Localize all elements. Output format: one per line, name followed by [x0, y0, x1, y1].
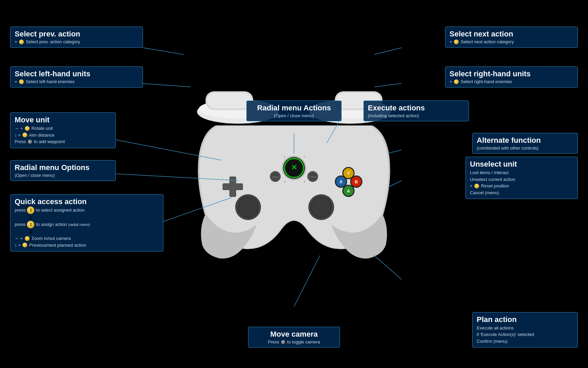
svg-line-43 — [143, 48, 184, 55]
svg-point-16 — [312, 198, 331, 217]
svg-text:4: 4 — [304, 180, 305, 183]
unselect-title: Unselect unit — [470, 160, 573, 169]
svg-line-44 — [374, 48, 402, 55]
box-select-next: Select next action + Select next action … — [445, 27, 578, 48]
svg-text:3: 3 — [284, 180, 285, 183]
box-execute-actions: Execute actions (including selected acti… — [363, 101, 469, 121]
move-unit-title: Move unit — [15, 116, 111, 124]
svg-rect-10 — [223, 183, 243, 190]
grey-circle-icon — [281, 340, 285, 344]
gold-circle-icon — [19, 79, 24, 84]
svg-text:2: 2 — [304, 155, 305, 158]
box-radial-options: Radial menu Options (Open / close menu) — [10, 160, 116, 181]
quick-access-title: Quick access action — [15, 197, 159, 206]
gold-circle-icon — [454, 79, 459, 84]
svg-text:✕: ✕ — [291, 163, 297, 172]
box-select-right: Select right-hand units + Select right-h… — [445, 66, 578, 88]
select-prev-subtitle: + Select prev. action category — [15, 39, 138, 45]
radial-options-title: Radial menu Options — [15, 163, 111, 172]
box-move-unit: Move unit ↔ + Rotate unit ↕ + Aim distan… — [10, 112, 116, 148]
box-move-camera: Move camera Press to toggle camera — [248, 327, 340, 348]
svg-rect-6 — [207, 93, 251, 108]
select-next-title: Select next action — [450, 30, 573, 39]
svg-text:1: 1 — [284, 155, 285, 158]
box-select-left: Select left-hand units + Select left-han… — [10, 66, 143, 88]
radial-actions-subtitle: (Open / close menu) — [251, 113, 337, 118]
select-left-subtitle: + Select left-hand enemies — [15, 79, 138, 85]
num-badge-2: 1234 — [27, 221, 34, 228]
select-right-subtitle: + Select right-hand enemies — [450, 79, 573, 85]
box-alternate: Alternate function (combinded with other… — [472, 133, 578, 154]
box-quick-access: Quick access action press 1234 to select… — [10, 194, 163, 251]
svg-text:A: A — [347, 188, 350, 194]
plan-action-title: Plan action — [477, 315, 573, 324]
svg-text:X: X — [340, 179, 343, 184]
svg-point-13 — [239, 198, 258, 217]
move-camera-subtitle: Press to toggle camera — [252, 339, 336, 344]
svg-text:BACK: BACK — [272, 176, 278, 178]
svg-text:Y: Y — [347, 171, 350, 176]
select-prev-title: Select prev. action — [15, 30, 138, 39]
plan-action-body: Execute all actions if 'Execute Action(s… — [477, 325, 573, 345]
move-camera-title: Move camera — [252, 330, 336, 339]
radial-actions-title: Radial menu Actions — [251, 104, 337, 112]
quick-access-body: press 1234 to select assigned action pre… — [15, 207, 159, 248]
gold-circle-icon — [474, 184, 479, 188]
select-right-title: Select right-hand units — [450, 70, 573, 78]
box-radial-actions: Radial menu Actions (Open / close menu) — [246, 101, 342, 121]
unselect-body: Loot items / interact Unselect current a… — [470, 169, 573, 196]
gold-circle-icon — [25, 126, 30, 131]
alternate-subtitle: (combinded with other controls) — [477, 145, 573, 151]
gold-circle-icon — [22, 243, 27, 247]
radial-options-subtitle: (Open / close menu) — [15, 173, 111, 178]
svg-text:START: START — [309, 176, 317, 178]
box-select-prev: Select prev. action + Select prev. actio… — [10, 27, 143, 48]
svg-text:B: B — [355, 179, 358, 184]
gold-circle-icon — [19, 40, 24, 44]
num-badge-1: 1234 — [27, 206, 34, 214]
grey-circle-icon — [28, 140, 32, 144]
move-unit-body: ↔ + Rotate unit ↕ + Aim distance Press t… — [15, 125, 111, 145]
gold-circle-icon — [22, 133, 27, 137]
gold-circle-icon — [454, 40, 459, 44]
gold-circle-icon — [25, 236, 30, 241]
box-plan-action: Plan action Execute all actions if 'Exec… — [472, 312, 578, 348]
select-next-subtitle: + Select next action category — [450, 39, 573, 45]
alternate-title: Alternate function — [477, 136, 573, 145]
execute-actions-title: Execute actions — [368, 104, 464, 112]
select-left-title: Select left-hand units — [15, 70, 138, 78]
box-unselect: Unselect unit Loot items / interact Unse… — [466, 157, 578, 199]
execute-actions-subtitle: (including selected action) — [368, 113, 464, 118]
